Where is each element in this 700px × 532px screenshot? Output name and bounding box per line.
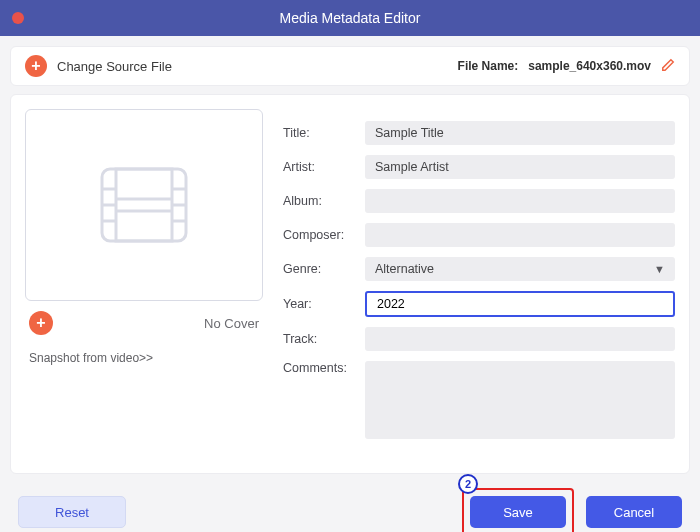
- no-cover-label: No Cover: [204, 316, 259, 331]
- title-row: Title:: [283, 121, 675, 145]
- film-icon: [94, 155, 194, 255]
- callout-badge: 2: [458, 474, 478, 494]
- title-label: Title:: [283, 126, 353, 140]
- pencil-icon[interactable]: [661, 58, 675, 75]
- reset-button[interactable]: Reset: [18, 496, 126, 528]
- titlebar: Media Metadata Editor: [0, 0, 700, 36]
- artist-label: Artist:: [283, 160, 353, 174]
- save-highlight-box: 2 Save: [462, 488, 574, 532]
- plus-icon: +: [25, 55, 47, 77]
- genre-row: Genre: Alternative ▼: [283, 257, 675, 281]
- cancel-button[interactable]: Cancel: [586, 496, 682, 528]
- filename-block: File Name: sample_640x360.mov: [458, 58, 675, 75]
- track-row: Track:: [283, 327, 675, 351]
- header-bar: + Change Source File File Name: sample_6…: [10, 46, 690, 86]
- album-label: Album:: [283, 194, 353, 208]
- track-input[interactable]: [365, 327, 675, 351]
- cover-preview: [25, 109, 263, 301]
- composer-input[interactable]: [365, 223, 675, 247]
- artist-input[interactable]: [365, 155, 675, 179]
- genre-value: Alternative: [375, 262, 434, 276]
- cover-column: + No Cover Snapshot from video>>: [25, 109, 263, 459]
- year-input[interactable]: [365, 291, 675, 317]
- track-label: Track:: [283, 332, 353, 346]
- right-buttons: 2 Save Cancel: [462, 488, 682, 532]
- footer-bar: Reset 2 Save Cancel: [18, 488, 682, 532]
- window-title: Media Metadata Editor: [0, 10, 700, 26]
- genre-label: Genre:: [283, 262, 353, 276]
- album-input[interactable]: [365, 189, 675, 213]
- fields-column: Title: Artist: Album: Composer: Genre: A…: [283, 109, 675, 459]
- year-row: Year:: [283, 291, 675, 317]
- plus-icon: +: [36, 315, 45, 331]
- cover-under-row: + No Cover: [25, 301, 263, 339]
- filename-value: sample_640x360.mov: [528, 59, 651, 73]
- comments-row: Comments:: [283, 361, 675, 439]
- composer-label: Composer:: [283, 228, 353, 242]
- chevron-down-icon: ▼: [654, 263, 665, 275]
- main-panel: + No Cover Snapshot from video>> Title: …: [10, 94, 690, 474]
- close-window-button[interactable]: [12, 12, 24, 24]
- comments-label: Comments:: [283, 361, 353, 375]
- composer-row: Composer:: [283, 223, 675, 247]
- change-source-label: Change Source File: [57, 59, 172, 74]
- title-input[interactable]: [365, 121, 675, 145]
- genre-select[interactable]: Alternative ▼: [365, 257, 675, 281]
- filename-label: File Name:: [458, 59, 519, 73]
- save-button[interactable]: Save: [470, 496, 566, 528]
- change-source-button[interactable]: + Change Source File: [25, 55, 172, 77]
- add-cover-button[interactable]: +: [29, 311, 53, 335]
- comments-input[interactable]: [365, 361, 675, 439]
- artist-row: Artist:: [283, 155, 675, 179]
- album-row: Album:: [283, 189, 675, 213]
- snapshot-link[interactable]: Snapshot from video>>: [25, 351, 263, 365]
- svg-rect-1: [116, 169, 172, 241]
- year-label: Year:: [283, 297, 353, 311]
